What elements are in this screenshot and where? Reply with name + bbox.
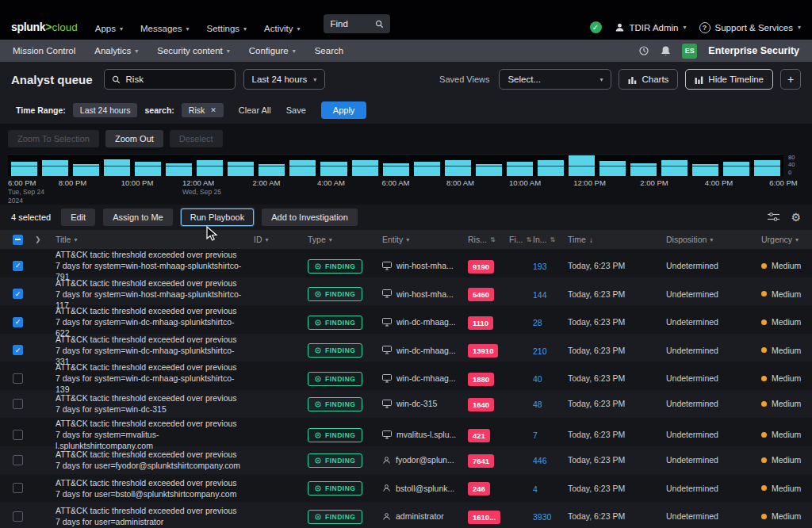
table-row[interactable]: ATT&CK tactic threshold exceeded over pr… — [0, 277, 812, 306]
nav-item-search[interactable]: Search — [315, 46, 343, 55]
assign-to-me-button[interactable]: Assign to Me — [103, 209, 173, 226]
expand-all-chevron-icon[interactable]: ❯ — [35, 235, 41, 243]
nav-item-security-content[interactable]: Security content▾ — [157, 46, 229, 55]
row-title[interactable]: ATT&CK tactic threshold exceeded over pr… — [56, 418, 254, 452]
col-header-disposition[interactable]: Disposition▾ — [666, 235, 761, 244]
queue-search-input[interactable]: Risk — [104, 69, 236, 90]
select-all-checkbox[interactable] — [13, 235, 23, 245]
col-header-entity[interactable]: Entity▾ — [382, 235, 468, 244]
row-entity[interactable]: win-host-mha... — [382, 261, 468, 270]
table-row[interactable]: ATT&CK tactic threshold exceeded over pr… — [0, 334, 812, 362]
remove-filter-icon[interactable]: ✕ — [210, 106, 216, 114]
row-checkbox[interactable] — [13, 261, 23, 271]
contributing-count-link[interactable]: 40 — [533, 374, 542, 384]
table-row[interactable]: ATT&CK tactic threshold exceeded over pr… — [0, 418, 812, 446]
contributing-count-link[interactable]: 193 — [533, 262, 547, 271]
row-title[interactable]: ATT&CK tactic threshold exceeded over pr… — [56, 392, 254, 415]
menu-apps[interactable]: Apps▾ — [95, 24, 123, 33]
health-status-icon[interactable]: ✓ — [590, 21, 602, 33]
contributing-count-link[interactable]: 446 — [533, 456, 547, 465]
row-checkbox[interactable] — [13, 345, 23, 355]
table-row[interactable]: ATT&CK tactic threshold exceeded over pr… — [0, 446, 812, 475]
table-row[interactable]: ATT&CK tactic threshold exceeded over pr… — [0, 362, 812, 390]
row-title[interactable]: ATT&CK tactic threshold exceeded over pr… — [56, 477, 254, 499]
saved-views-select[interactable]: Select... ▾ — [499, 69, 611, 90]
user-menu[interactable]: TDIR Admin ▾ — [615, 22, 687, 33]
edit-button[interactable]: Edit — [61, 209, 95, 226]
row-entity[interactable]: fyodor@splun... — [382, 455, 468, 465]
contributing-count-link[interactable]: 210 — [533, 346, 547, 356]
time-range-chip[interactable]: Last 24 hours — [73, 103, 138, 117]
contributing-count-link[interactable]: 4 — [533, 484, 538, 494]
contributing-count-link[interactable]: 48 — [533, 400, 542, 409]
row-type-cell: FINDING — [308, 342, 382, 358]
row-entity[interactable]: administrator — [382, 511, 468, 521]
col-header-title[interactable]: Title▾ — [56, 235, 254, 244]
row-entity[interactable]: win-dc-mhaag... — [382, 373, 468, 383]
history-icon[interactable] — [638, 45, 649, 56]
row-entity[interactable]: bstoll@splunk... — [382, 484, 468, 493]
splunk-cloud-logo[interactable]: splunk>cloud — [11, 21, 78, 33]
row-checkbox[interactable] — [13, 289, 23, 299]
contributing-count-link[interactable]: 28 — [533, 318, 542, 327]
filter-sliders-icon[interactable] — [768, 212, 779, 222]
row-checkbox[interactable] — [13, 455, 23, 465]
risk-score-badge: 421 — [468, 429, 490, 442]
row-entity[interactable]: win-dc-mhaag... — [382, 346, 468, 355]
find-search-input[interactable]: Find — [324, 14, 390, 33]
contributing-count-link[interactable]: 7 — [533, 430, 538, 440]
timeline-bar — [320, 162, 347, 176]
row-entity[interactable]: win-dc-315 — [382, 399, 468, 408]
col-header-risk[interactable]: Ris...⇅ — [468, 235, 509, 244]
time-range-filter-label: Time Range: — [16, 105, 66, 115]
table-row[interactable]: ATT&CK tactic threshold exceeded over pr… — [0, 474, 812, 503]
time-range-chip-value: Last 24 hours — [80, 105, 131, 115]
add-view-button[interactable]: + — [780, 69, 801, 90]
col-header-urgency[interactable]: Urgency▾ — [761, 235, 812, 244]
row-title[interactable]: ATT&CK tactic threshold exceeded over pr… — [56, 505, 254, 527]
clear-all-button[interactable]: Clear All — [239, 105, 271, 115]
row-checkbox[interactable] — [13, 373, 23, 384]
row-checkbox[interactable] — [13, 399, 23, 409]
notifications-bell-icon[interactable] — [661, 45, 671, 56]
row-checkbox[interactable] — [13, 483, 23, 493]
contributing-count-link[interactable]: 144 — [533, 290, 547, 300]
col-header-investigations[interactable]: In...⇅ — [533, 235, 568, 244]
contributing-count-link[interactable]: 3930 — [533, 512, 551, 522]
table-row[interactable]: ATT&CK tactic threshold exceeded over pr… — [0, 390, 812, 419]
charts-button[interactable]: Charts — [619, 69, 678, 90]
row-title[interactable]: ATT&CK tactic threshold exceeded over pr… — [56, 362, 254, 396]
row-entity[interactable]: win-dc-mhaag... — [382, 317, 468, 327]
es-app-icon[interactable]: ES — [682, 44, 697, 59]
timeline-chart-area[interactable] — [8, 154, 783, 176]
row-title[interactable]: ATT&CK tactic threshold exceeded over pr… — [56, 449, 254, 471]
row-entity[interactable]: mvalitus-l.splu... — [382, 430, 468, 439]
col-header-type[interactable]: Type▾ — [308, 235, 382, 244]
table-row[interactable]: ATT&CK tactic threshold exceeded over pr… — [0, 305, 812, 334]
row-checkbox[interactable] — [13, 430, 23, 440]
support-menu[interactable]: ? Support & Services ▾ — [699, 22, 801, 33]
gear-icon[interactable]: ⚙ — [791, 212, 801, 223]
row-checkbox[interactable] — [13, 511, 23, 522]
row-checkbox[interactable] — [13, 317, 23, 327]
col-header-id[interactable]: ID▾ — [254, 235, 308, 244]
zoom-out-button[interactable]: Zoom Out — [105, 130, 163, 147]
hide-timeline-button[interactable]: Hide Timeline — [685, 69, 773, 90]
menu-settings[interactable]: Settings▾ — [206, 24, 247, 33]
apply-button[interactable]: Apply — [321, 101, 367, 119]
nav-item-configure[interactable]: Configure▾ — [249, 46, 296, 55]
save-filter-button[interactable]: Save — [286, 105, 306, 115]
menu-activity[interactable]: Activity▾ — [264, 24, 300, 33]
search-filter-chip[interactable]: Risk ✕ — [182, 103, 224, 117]
table-row[interactable]: ATT&CK tactic threshold exceeded over pr… — [0, 503, 812, 528]
nav-item-mission-control[interactable]: Mission Control — [13, 46, 75, 55]
col-header-findings[interactable]: Fi...⇅ — [509, 235, 533, 244]
time-range-dropdown[interactable]: Last 24 hours ▾ — [243, 69, 326, 90]
add-to-investigation-button[interactable]: Add to Investigation — [262, 209, 358, 226]
table-row[interactable]: ATT&CK tactic threshold exceeded over pr… — [0, 249, 812, 277]
menu-messages[interactable]: Messages▾ — [140, 24, 189, 33]
run-playbook-button[interactable]: Run Playbook — [181, 209, 255, 226]
row-entity[interactable]: win-host-mha... — [382, 289, 468, 299]
nav-item-analytics[interactable]: Analytics▾ — [94, 46, 138, 55]
col-header-time[interactable]: Time↓ — [568, 235, 666, 244]
